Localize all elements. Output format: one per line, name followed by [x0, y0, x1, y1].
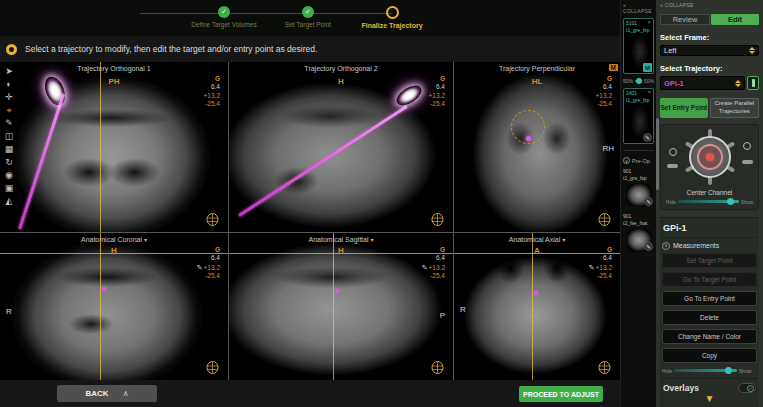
proceed-to-adjust-button[interactable]: PROCEED TO ADJUST — [519, 386, 603, 402]
frame-select[interactable]: Left — [660, 45, 759, 56]
rotate-icon[interactable]: ↻ — [5, 157, 13, 168]
strip-collapse-control[interactable]: » COLLAPSE — [623, 2, 654, 14]
marker-badge[interactable]: M — [609, 64, 618, 71]
slider-track[interactable] — [678, 200, 739, 203]
viewport-anatomical-coronal[interactable]: Anatomical Coronal ▾ H R G 6.4 ✎+13.2 -2… — [0, 233, 228, 380]
side-channel-button[interactable] — [743, 142, 751, 150]
series-thumbnail[interactable]: 1401t1_gre_fsp × ✎ — [623, 88, 654, 144]
edit-coords-pencil-icon[interactable]: ✎ — [197, 264, 203, 271]
tab-review[interactable]: Review — [660, 14, 710, 25]
viewport-title: Trajectory Perpendicular — [454, 65, 620, 72]
target-marker[interactable] — [335, 289, 339, 293]
contrast-icon[interactable]: ◐ — [6, 79, 11, 90]
viewport-title-menu[interactable]: Anatomical Sagittal ▾ — [229, 236, 453, 243]
collapse-circle-icon: ∨ — [623, 157, 630, 164]
series-group-header[interactable]: ∨ Pre-Op — [623, 157, 654, 164]
channel-widget[interactable] — [667, 128, 753, 186]
cursor-icon[interactable]: ➤ — [5, 66, 13, 77]
group-label: Pre-Op — [632, 158, 650, 164]
viewport-title-menu[interactable]: Anatomical Coronal ▾ — [0, 236, 228, 243]
collapse-circle-icon: ∨ — [662, 242, 670, 250]
edit-pencil-icon[interactable]: ✎ — [643, 133, 652, 142]
go-to-target-point-button[interactable]: Go To Target Point — [662, 272, 757, 287]
target-marker[interactable] — [526, 136, 531, 141]
viewport-anatomical-sagittal[interactable]: Anatomical Sagittal ▾ H P G 6.4 ✎+13.2 -… — [229, 233, 453, 380]
series-item[interactable]: 901t2_fse_fsat ✎ — [623, 213, 654, 252]
blend-track[interactable] — [635, 80, 642, 82]
side-channel-button[interactable] — [667, 164, 678, 168]
chevron-up-icon: ∧ — [123, 389, 129, 398]
crosshair-vertical[interactable] — [532, 233, 533, 380]
blend-handle[interactable] — [636, 78, 642, 84]
dropdown-arrows-icon — [735, 80, 741, 87]
step-finalize-trajectory[interactable]: Finalize Trajectory — [332, 6, 452, 29]
panel-collapse-control[interactable]: » COLLAPSE — [660, 2, 759, 8]
pan-icon[interactable]: ✛ — [5, 92, 13, 103]
viewport-trajectory-perpendicular[interactable]: Trajectory Perpendicular HL RH M G 6.4 +… — [454, 62, 620, 232]
crosshair-icon[interactable]: ⌖ — [6, 105, 11, 116]
series-thumbnail[interactable]: 5101t1_gre_fsp × M — [623, 18, 654, 74]
pencil-icon[interactable]: ✎ — [5, 118, 13, 129]
chevron-down-icon: ▾ — [144, 237, 147, 243]
close-icon[interactable]: × — [647, 19, 651, 25]
side-channel-button[interactable] — [742, 160, 753, 164]
side-channel-button[interactable] — [669, 148, 677, 156]
copy-button[interactable]: Copy — [662, 348, 757, 363]
show-label: Show — [741, 199, 754, 205]
target-marker[interactable] — [102, 287, 106, 291]
scroll-down-arrow[interactable]: ▼ — [662, 393, 757, 406]
trajectory-opacity-slider[interactable]: Hide Show — [662, 368, 751, 374]
overlays-toggle[interactable]: ✓ — [738, 383, 756, 393]
viewport-title-menu[interactable]: Anatomical Axial ▾ — [454, 236, 620, 243]
divider — [623, 150, 654, 151]
edit-panel: » COLLAPSE Review Edit Select Frame: Lef… — [656, 0, 763, 407]
main-area: ✓ Define Target Volumes ✓ Set Target Poi… — [0, 0, 620, 407]
close-icon[interactable]: × — [647, 89, 651, 95]
footer-bar: BACK ∧ PROCEED TO ADJUST — [0, 380, 620, 407]
tab-edit[interactable]: Edit — [711, 14, 759, 25]
select-frame-label: Select Frame: — [660, 33, 759, 42]
dropdown-arrows-icon — [749, 47, 755, 54]
change-name-color-button[interactable]: Change Name / Color — [662, 329, 757, 344]
viewport-trajectory-orthogonal-1[interactable]: Trajectory Orthogonal 1 PH G 6.4 +13.2 -… — [0, 62, 228, 232]
viewport-trajectory-orthogonal-2[interactable]: Trajectory Orthogonal 2 H G 6.4 +13.2 -2… — [229, 62, 453, 232]
m-badge[interactable]: M — [643, 63, 652, 72]
edit-coords-pencil-icon[interactable]: ✎ — [589, 264, 595, 271]
blend-slider[interactable]: 50% 50% — [623, 78, 654, 84]
slider-handle[interactable] — [725, 367, 732, 374]
crosshair-vertical[interactable] — [100, 233, 101, 380]
trajectory-visibility-button[interactable] — [747, 76, 759, 90]
edit-pencil-icon[interactable]: ✎ — [644, 197, 653, 206]
film-icon[interactable]: ▣ — [5, 183, 14, 194]
snapshot-icon[interactable]: ◉ — [5, 170, 13, 181]
back-button[interactable]: BACK ∧ — [57, 385, 157, 402]
orientation-label: H — [0, 246, 228, 255]
step-check-icon: ✓ — [218, 6, 230, 18]
create-parallel-trajectories-button[interactable]: Create Parallel Trajectories — [710, 98, 759, 118]
edit-coords-pencil-icon[interactable]: ✎ — [422, 264, 428, 271]
step-label: Finalize Trajectory — [332, 22, 452, 29]
blend-left-label: 50% — [623, 78, 633, 84]
go-to-entry-point-button[interactable]: Go To Entry Point — [662, 291, 757, 306]
delete-button[interactable]: Delete — [662, 310, 757, 325]
channel-opacity-slider[interactable]: Hide Show — [666, 199, 753, 205]
head-orientation-icon — [431, 213, 444, 226]
copy-view-icon[interactable]: ◫ — [5, 131, 14, 142]
viewport-anatomical-axial[interactable]: Anatomical Axial ▾ A R G 6.4 ✎+13.2 -25.… — [454, 233, 620, 380]
orientation-side-label: R — [6, 307, 12, 316]
crosshair-vertical[interactable] — [100, 62, 101, 232]
layout-grid-icon[interactable]: ▦ — [5, 144, 14, 155]
slider-handle[interactable] — [727, 198, 734, 205]
slab-icon[interactable]: ◭ — [6, 196, 13, 207]
target-marker[interactable] — [534, 291, 538, 295]
panel-scrollbar[interactable] — [656, 118, 659, 190]
set-target-point-button[interactable]: Set Target Point — [662, 253, 757, 268]
orientation-label: H — [229, 246, 453, 255]
slider-track[interactable] — [674, 369, 736, 372]
crosshair-vertical[interactable] — [333, 233, 334, 380]
set-entry-point-button[interactable]: Set Entry Point — [660, 98, 708, 118]
trajectory-select[interactable]: GPi-1 — [660, 76, 745, 90]
edit-pencil-icon[interactable]: ✎ — [644, 242, 653, 251]
measurements-header[interactable]: ∨ Measurements — [662, 242, 757, 250]
series-item[interactable]: 901t1_gre_fsp ✎ — [623, 168, 654, 207]
